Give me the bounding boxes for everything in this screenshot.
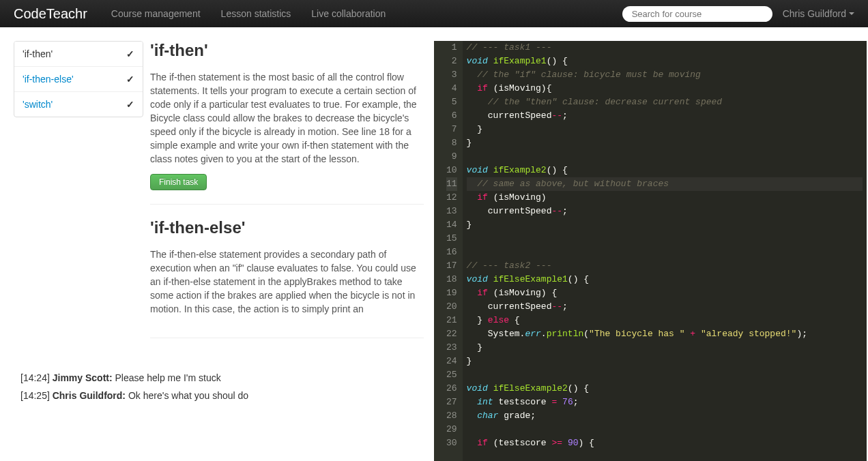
line-number[interactable]: 17 <box>446 259 457 273</box>
line-number[interactable]: 9 <box>446 150 457 164</box>
code-line[interactable]: } <box>467 341 863 355</box>
nav-links: Course management Lesson statistics Live… <box>101 1 396 26</box>
editor-code[interactable]: // --- task1 ---void ifExample1() { // t… <box>463 41 867 461</box>
code-line[interactable] <box>467 423 863 436</box>
code-line[interactable]: if (testscore >= 90) { <box>467 436 863 450</box>
chevron-down-icon <box>849 12 854 15</box>
task-section-body: The if-then statement is the most basic … <box>150 70 424 166</box>
main: 'if-then'✓'if-then-else'✓'switch'✓ 'if-t… <box>0 27 868 461</box>
chat-message: [14:25] Chris Guildford: Ok here's what … <box>20 390 424 401</box>
task-item-label: 'switch' <box>23 99 53 110</box>
line-number[interactable]: 23 <box>446 341 457 355</box>
code-line[interactable] <box>467 150 863 164</box>
line-number[interactable]: 29 <box>446 423 457 436</box>
chat-text: Ok here's what you shoul do <box>126 390 248 401</box>
code-line[interactable]: void ifElseExample1() { <box>467 273 863 286</box>
task-section: 'if-then-else'The if-then-else statement… <box>150 218 424 338</box>
line-number[interactable]: 1 <box>446 41 457 55</box>
code-line[interactable]: currentSpeed--; <box>467 109 863 123</box>
line-number[interactable]: 25 <box>446 368 457 382</box>
line-number[interactable]: 6 <box>446 109 457 123</box>
code-line[interactable] <box>467 232 863 246</box>
line-number[interactable]: 30 <box>446 436 457 450</box>
chat-text: Please help me I'm stuck <box>113 372 221 383</box>
task-item[interactable]: 'switch'✓ <box>14 92 143 117</box>
task-item-label: 'if-then' <box>23 48 53 59</box>
check-icon: ✓ <box>126 99 134 110</box>
code-line[interactable]: // the "then" clause: decrease current s… <box>467 95 863 109</box>
task-section-title: 'if-then-else' <box>150 218 424 237</box>
nav-right: Chris Guildford <box>622 6 854 22</box>
line-number[interactable]: 3 <box>446 68 457 82</box>
line-number[interactable]: 2 <box>446 55 457 68</box>
task-detail[interactable]: 'if-then'The if-then statement is the mo… <box>150 41 434 361</box>
line-number[interactable]: 4 <box>446 82 457 95</box>
line-number[interactable]: 13 <box>446 205 457 218</box>
code-line[interactable]: if (isMoving){ <box>467 82 863 95</box>
line-number[interactable]: 11 <box>446 177 457 191</box>
navbar: CodeTeachr Course management Lesson stat… <box>0 0 868 27</box>
task-section: 'if-then'The if-then statement is the mo… <box>150 41 424 205</box>
chat-time: [14:24] <box>20 372 53 383</box>
code-line[interactable] <box>467 368 863 382</box>
code-line[interactable]: // --- task1 --- <box>467 41 863 55</box>
code-line[interactable]: } else { <box>467 314 863 327</box>
line-number[interactable]: 8 <box>446 136 457 150</box>
task-list: 'if-then'✓'if-then-else'✓'switch'✓ <box>14 41 143 117</box>
line-number[interactable]: 21 <box>446 314 457 327</box>
line-number[interactable]: 28 <box>446 409 457 423</box>
line-number[interactable]: 16 <box>446 246 457 259</box>
code-line[interactable]: } <box>467 136 863 150</box>
code-line[interactable] <box>467 246 863 259</box>
line-number[interactable]: 27 <box>446 396 457 409</box>
chat-message: [14:24] Jimmy Scott: Please help me I'm … <box>20 372 424 383</box>
code-line[interactable]: if (isMoving) <box>467 191 863 205</box>
line-number[interactable]: 5 <box>446 95 457 109</box>
code-line[interactable]: } <box>467 218 863 232</box>
code-line[interactable]: void ifExample2() { <box>467 164 863 177</box>
line-number[interactable]: 26 <box>446 382 457 396</box>
line-number[interactable]: 7 <box>446 123 457 136</box>
chat-time: [14:25] <box>20 390 53 401</box>
nav-link-live-collaboration[interactable]: Live collaboration <box>301 1 396 26</box>
task-item-label: 'if-then-else' <box>23 74 74 85</box>
user-name: Chris Guildford <box>783 8 846 19</box>
code-line[interactable]: // the "if" clause: bicycle must be movi… <box>467 68 863 82</box>
code-line[interactable]: System.err.println("The bicycle has " + … <box>467 327 863 341</box>
line-number[interactable]: 12 <box>446 191 457 205</box>
line-number[interactable]: 22 <box>446 327 457 341</box>
user-menu[interactable]: Chris Guildford <box>783 8 854 19</box>
task-row: 'if-then'✓'if-then-else'✓'switch'✓ 'if-t… <box>14 41 434 361</box>
code-line[interactable]: } <box>467 123 863 136</box>
finish-task-button[interactable]: Finish task <box>150 174 207 190</box>
task-item[interactable]: 'if-then-else'✓ <box>14 67 143 92</box>
nav-link-course-management[interactable]: Course management <box>101 1 211 26</box>
code-line[interactable]: if (isMoving) { <box>467 286 863 300</box>
code-line[interactable]: } <box>467 355 863 368</box>
code-line[interactable]: void ifElseExample2() { <box>467 382 863 396</box>
code-line[interactable]: void ifExample1() { <box>467 55 863 68</box>
line-number[interactable]: 24 <box>446 355 457 368</box>
line-number[interactable]: 10 <box>446 164 457 177</box>
check-icon: ✓ <box>126 48 134 59</box>
chat-author: Jimmy Scott: <box>53 372 113 383</box>
code-editor[interactable]: 1234567891011121314151617181920212223242… <box>434 41 867 461</box>
left-column: 'if-then'✓'if-then-else'✓'switch'✓ 'if-t… <box>0 27 434 461</box>
line-number[interactable]: 15 <box>446 232 457 246</box>
line-number[interactable]: 14 <box>446 218 457 232</box>
nav-link-lesson-statistics[interactable]: Lesson statistics <box>211 1 302 26</box>
line-number[interactable]: 19 <box>446 286 457 300</box>
line-number[interactable]: 18 <box>446 273 457 286</box>
code-line[interactable]: // --- task2 --- <box>467 259 863 273</box>
code-line[interactable]: int testscore = 76; <box>467 396 863 409</box>
code-line[interactable]: char grade; <box>467 409 863 423</box>
code-line[interactable]: currentSpeed--; <box>467 300 863 314</box>
check-icon: ✓ <box>126 74 134 85</box>
task-item[interactable]: 'if-then'✓ <box>14 42 143 67</box>
search-input[interactable] <box>622 6 772 22</box>
line-number[interactable]: 20 <box>446 300 457 314</box>
code-line[interactable]: // same as above, but without braces <box>467 177 863 191</box>
right-column: 1234567891011121314151617181920212223242… <box>434 27 868 461</box>
brand-logo[interactable]: CodeTeachr <box>14 6 87 22</box>
code-line[interactable]: currentSpeed--; <box>467 205 863 218</box>
